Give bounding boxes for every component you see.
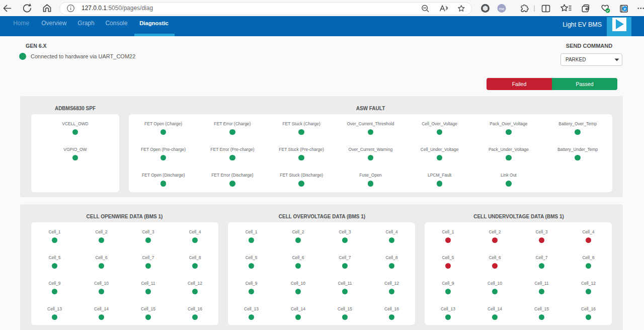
svg-text:me: me <box>499 7 505 11</box>
svg-text:e: e <box>624 6 626 11</box>
